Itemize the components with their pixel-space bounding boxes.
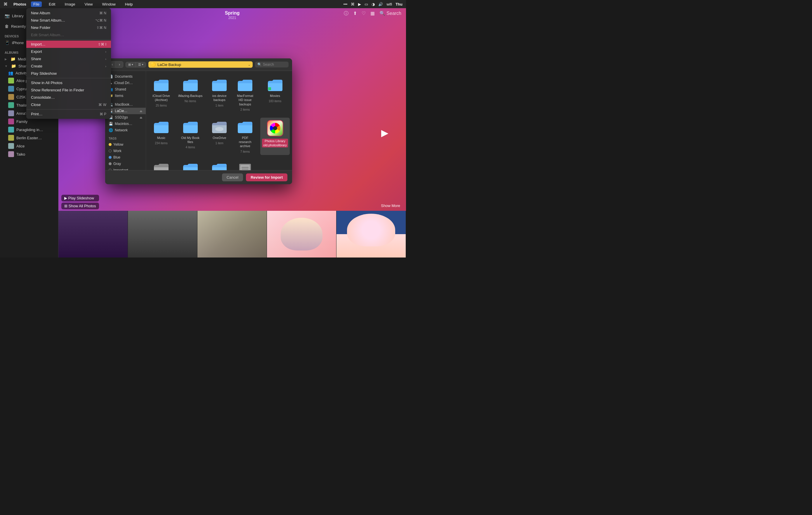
view-mode-group: ⊞ ▾ ☰ ▾ bbox=[125, 62, 146, 67]
menubar-ellipsis[interactable]: ••• bbox=[344, 2, 348, 6]
folder-extra-4[interactable] bbox=[235, 160, 256, 170]
dsb-tag-blue-label: Blue bbox=[113, 155, 120, 159]
grid-icon[interactable]: ▦ bbox=[370, 10, 375, 17]
folder-music[interactable]: Music 234 items bbox=[151, 118, 172, 155]
folder-photos-library[interactable]: Photos Library old.photoslibrary bbox=[260, 118, 290, 155]
folder-extra-3[interactable] bbox=[209, 160, 230, 170]
file-menu-item[interactable]: File bbox=[31, 1, 42, 7]
iphone-icon: 📱 bbox=[5, 40, 10, 45]
folder-onedrive[interactable]: OneDrive 1 item bbox=[209, 118, 230, 155]
apple-menu[interactable]: ⌘ bbox=[3, 2, 8, 6]
location-selector[interactable]: 🟡 LaCie Backup ⌄ bbox=[148, 61, 253, 68]
folder-grid: iCloud Drive (Archive) 25 items iMazing.… bbox=[151, 75, 287, 170]
folder-imazing-backups[interactable]: iMazing.Backups No items bbox=[176, 75, 204, 113]
dsb-ssd2go[interactable]: 💾 SSD2go ⏏ bbox=[105, 114, 146, 121]
dsb-macintos[interactable]: 💾 Macintos… bbox=[105, 121, 146, 127]
menu-export[interactable]: Export › bbox=[26, 48, 111, 55]
menu-sep-2 bbox=[26, 78, 111, 78]
folder-count-onedrive: 1 item bbox=[215, 142, 224, 145]
work-dot bbox=[109, 150, 112, 152]
sidebar-item-alice2[interactable]: Alice bbox=[0, 142, 58, 150]
dsb-tag-yellow-label: Yellow bbox=[113, 143, 123, 147]
dialog-content-area: iCloud Drive (Archive) 25 items iMazing.… bbox=[146, 71, 292, 170]
dsb-tag-blue[interactable]: Blue bbox=[105, 154, 146, 160]
dsb-network[interactable]: 🌐 Network bbox=[105, 127, 146, 133]
info-icon[interactable]: ⓘ bbox=[344, 10, 348, 17]
image-menu-item[interactable]: Image bbox=[62, 1, 78, 7]
menubar-battery[interactable]: ▭ bbox=[365, 2, 368, 6]
app-name: Photos bbox=[13, 2, 26, 6]
folder-icon-onedrive bbox=[211, 119, 228, 134]
help-menu-item[interactable]: Help bbox=[123, 1, 135, 7]
menu-print[interactable]: Print… ⌘ P bbox=[26, 110, 111, 118]
photo-strip-2 bbox=[128, 211, 198, 258]
dsb-tag-gray-label: Gray bbox=[113, 162, 121, 166]
folder-pdf-research[interactable]: PDF research archive 7 items bbox=[235, 118, 256, 155]
sidebar-c25k-label: C25K bbox=[17, 95, 26, 99]
dialog-toolbar: ‹ › ⊞ ▾ ☰ ▾ 🟡 LaCie Backup ⌄ 🔍 bbox=[105, 58, 292, 71]
dsb-lacie[interactable]: 💾 LaCie… ⏏ bbox=[105, 108, 146, 114]
cancel-button[interactable]: Cancel bbox=[222, 174, 243, 181]
menu-new-smart-album[interactable]: New Smart Album… ⌥⌘ N bbox=[26, 17, 111, 24]
menu-close[interactable]: Close ⌘ W bbox=[26, 101, 111, 108]
important-dot bbox=[109, 169, 112, 170]
folder-ios-device-backups[interactable]: ios device backups 1 item bbox=[209, 75, 230, 113]
menu-consolidate[interactable]: Consolidate… bbox=[26, 94, 111, 101]
folder-old-my-book[interactable]: Old My Book files 4 items bbox=[176, 118, 204, 155]
search-icon[interactable]: 🔍 Search bbox=[379, 10, 401, 17]
sidebar-item-berlin-easter[interactable]: Berlin Easter… bbox=[0, 134, 58, 142]
dsb-icloud-drive[interactable]: ☁ iCloud Dri… bbox=[105, 80, 146, 86]
play-slideshow-btn[interactable]: ▶ Play Slideshow bbox=[61, 195, 99, 202]
ssd-eject-icon[interactable]: ⏏ bbox=[140, 116, 142, 119]
menubar-volume[interactable]: 🔊 bbox=[378, 2, 383, 6]
list-view-button[interactable]: ☰ ▾ bbox=[136, 62, 146, 67]
folder-icloud-drive-archive[interactable]: iCloud Drive (Archive) 25 items bbox=[151, 75, 172, 113]
dialog-forward-button[interactable]: › bbox=[116, 62, 123, 67]
dsb-documents[interactable]: 📄 Documents bbox=[105, 73, 146, 80]
heart-icon[interactable]: ♡ bbox=[361, 10, 366, 17]
menubar-wifi[interactable]: wifi bbox=[386, 2, 392, 6]
menu-share[interactable]: Share › bbox=[26, 55, 111, 62]
dsb-tag-gray[interactable]: Gray bbox=[105, 160, 146, 167]
menu-show-in-all-photos[interactable]: Show in All Photos bbox=[26, 79, 111, 86]
menu-sep-1 bbox=[26, 39, 111, 40]
edit-menu-item[interactable]: Edit bbox=[47, 1, 58, 7]
menu-play-slideshow[interactable]: Play Slideshow bbox=[26, 70, 111, 77]
search-input[interactable] bbox=[263, 62, 286, 66]
photo-strip-1 bbox=[58, 211, 128, 258]
dsb-shared[interactable]: 👥 Shared bbox=[105, 86, 146, 93]
window-menu-item[interactable]: Window bbox=[100, 1, 118, 7]
icon-view-button[interactable]: ⊞ ▾ bbox=[126, 62, 136, 67]
folder-extra-1[interactable] bbox=[151, 160, 172, 170]
folder-extra-2[interactable] bbox=[176, 160, 204, 170]
menubar-loop[interactable]: ⌘ bbox=[351, 2, 355, 6]
menubar-play[interactable]: ▶ bbox=[358, 2, 361, 6]
dsb-tag-yellow[interactable]: Yellow bbox=[105, 141, 146, 148]
folder-macformat[interactable]: MacFormat HD issue backups 2 items bbox=[235, 75, 256, 113]
sidebar-item-paragliding[interactable]: Paragliding in… bbox=[0, 125, 58, 134]
folder-icon-pdf bbox=[236, 119, 254, 134]
menu-new-album[interactable]: New Album ⌘ N bbox=[26, 9, 111, 17]
show-all-photos-btn[interactable]: ⊞ Show All Photos bbox=[61, 203, 99, 209]
eject-icon[interactable]: ⏏ bbox=[140, 110, 142, 113]
menu-new-folder[interactable]: New Folder ⇧⌘ N bbox=[26, 24, 111, 31]
menubar-brightness[interactable]: ◑ bbox=[372, 2, 375, 6]
sidebar-item-taiko[interactable]: Taiko bbox=[0, 150, 58, 158]
sidebar-activity-label: Activity bbox=[16, 71, 27, 75]
menu-show-referenced[interactable]: Show Referenced File in Finder bbox=[26, 86, 111, 94]
dsb-items[interactable]: 📁 Items bbox=[105, 93, 146, 99]
dsb-macbook-label: MacBook… bbox=[115, 102, 133, 107]
alice-photos-thumb bbox=[8, 78, 14, 84]
view-menu-item[interactable]: View bbox=[82, 1, 95, 7]
dsb-tag-work[interactable]: Work bbox=[105, 148, 146, 154]
review-for-import-button[interactable]: Review for Import bbox=[246, 174, 287, 181]
dsb-macbook[interactable]: 💻 MacBook… bbox=[105, 101, 146, 108]
cyprus-thumb bbox=[8, 86, 14, 92]
share-icon[interactable]: ⬆ bbox=[353, 10, 357, 17]
menu-import[interactable]: Import… ⇧⌘ I bbox=[26, 40, 111, 48]
play-button[interactable]: ▶ bbox=[381, 127, 388, 139]
show-more-btn[interactable]: Show More bbox=[381, 204, 400, 208]
dsb-tag-important[interactable]: Important bbox=[105, 167, 146, 170]
folder-movies[interactable]: Movies 183 items bbox=[260, 75, 290, 113]
menu-create[interactable]: Create › bbox=[26, 62, 111, 70]
